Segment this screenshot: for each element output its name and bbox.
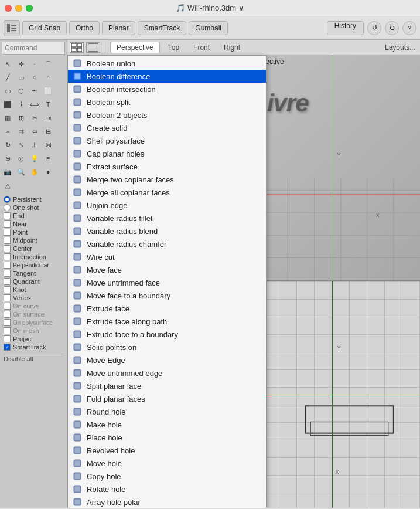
sidebar-toggle-button[interactable] — [4, 20, 20, 36]
menu-item-boolean-2-objects[interactable]: Boolean 2 objects — [68, 108, 266, 121]
menu-item-cap-planar-holes[interactable]: Cap planar holes — [68, 147, 266, 160]
tab-perspective[interactable]: Perspective — [110, 42, 160, 53]
arc-tool[interactable]: ◜ — [42, 71, 54, 84]
menu-item-variable-radius-fillet[interactable]: Variable radius fillet — [68, 212, 266, 225]
tab-top[interactable]: Top — [162, 42, 185, 53]
menu-item-merge-all-coplanar-faces[interactable]: Merge all coplanar faces — [68, 186, 266, 199]
menu-item-move-untrimmed-edge[interactable]: Move untrimmed edge — [68, 367, 266, 379]
rotate-tool[interactable]: ↻ — [1, 138, 14, 151]
layer-tool[interactable]: ≡ — [42, 152, 54, 165]
close-button[interactable] — [5, 5, 12, 12]
tab-right[interactable]: Right — [218, 42, 246, 53]
cone-tool[interactable]: △ — [1, 179, 14, 192]
block-tool[interactable]: ⊞ — [15, 111, 28, 124]
zoom-tool[interactable]: 🔍 — [15, 165, 28, 178]
menu-item-boolean-split[interactable]: Boolean split — [68, 96, 266, 108]
move-tool[interactable]: ✛ — [15, 57, 28, 70]
osnap-tangent[interactable]: Tangent — [4, 269, 63, 277]
menu-item-round-hole[interactable]: Round hole — [68, 405, 266, 418]
menu-item-move-untrimmed-face[interactable]: Move untrimmed face — [68, 276, 266, 289]
boolean-tool[interactable]: ⊕ — [1, 152, 14, 165]
viewport-grid-icon[interactable] — [70, 42, 84, 53]
rect-tool[interactable]: ▭ — [15, 71, 28, 84]
osnap-end[interactable]: End — [4, 212, 63, 220]
ortho-button[interactable]: Ortho — [69, 21, 100, 35]
osnap-persistent[interactable]: Persistent — [4, 195, 63, 203]
extend-tool[interactable]: ⇥ — [42, 111, 54, 124]
osnap-quadrant[interactable]: Quadrant — [4, 277, 63, 286]
menu-item-variable-radius-chamfer[interactable]: Variable radius chamfer — [68, 237, 266, 250]
menu-item-place-hole[interactable]: Place hole — [68, 431, 266, 444]
hatch-tool[interactable]: ▦ — [1, 111, 14, 124]
mirror-tool[interactable]: ⇔ — [28, 125, 41, 138]
menu-item-variable-radius-blend[interactable]: Variable radius blend — [68, 225, 266, 237]
circle-tool[interactable]: ○ — [28, 71, 41, 84]
maximize-button[interactable] — [26, 5, 33, 12]
menu-item-solid-points-on[interactable]: Solid points on — [68, 341, 266, 354]
smart-track-button[interactable]: SmartTrack — [138, 21, 187, 35]
osnap-near[interactable]: Near — [4, 220, 63, 228]
line-tool[interactable]: ╱ — [1, 71, 14, 84]
gumball-button[interactable]: Gumball — [189, 21, 228, 35]
menu-item-boolean-difference[interactable]: Boolean difference — [68, 70, 266, 83]
menu-item-boolean-union[interactable]: Boolean union — [68, 57, 266, 70]
menu-item-move-edge[interactable]: Move Edge — [68, 354, 266, 367]
layouts-button[interactable]: Layouts... — [385, 43, 418, 52]
pan-tool[interactable]: ✋ — [28, 165, 41, 178]
menu-item-move-hole[interactable]: Move hole — [68, 457, 266, 470]
command-input[interactable] — [2, 42, 65, 55]
menu-item-merge-two-coplanar-faces[interactable]: Merge two coplanar faces — [68, 173, 266, 186]
osnap-center[interactable]: Center — [4, 245, 63, 253]
osnap-smarttrack[interactable]: SmartTrack — [4, 343, 63, 351]
osnap-point[interactable]: Point — [4, 228, 63, 236]
osnap-knot[interactable]: Knot — [4, 286, 63, 294]
render-tool[interactable]: 💡 — [28, 152, 41, 165]
analysis-tool[interactable]: ◎ — [15, 152, 28, 165]
array-tool[interactable]: ⊟ — [42, 125, 54, 138]
menu-item-unjoin-edge[interactable]: Unjoin edge — [68, 199, 266, 212]
planar-button[interactable]: Planar — [102, 21, 135, 35]
ellipse-tool[interactable]: ⬭ — [1, 84, 14, 97]
fillet-tool[interactable]: ⌢ — [1, 125, 14, 138]
menu-item-create-solid[interactable]: Create solid — [68, 121, 266, 134]
point-tool[interactable]: · — [28, 57, 41, 70]
polygon-tool[interactable]: ⬡ — [15, 84, 28, 97]
curve-tool[interactable]: ⌒ — [42, 57, 54, 70]
tab-front[interactable]: Front — [187, 42, 216, 53]
osnap-on-surface[interactable]: On surface — [4, 310, 63, 318]
menu-item-split-planar-face[interactable]: Split planar face — [68, 379, 266, 392]
osnap-oneshot[interactable]: One shot — [4, 203, 63, 212]
toolbar-action-2[interactable]: ⊙ — [385, 21, 399, 35]
toolbar-action-3[interactable]: ? — [402, 21, 416, 35]
menu-item-extrude-face-to-boundary[interactable]: Extrude face to a boundary — [68, 328, 266, 341]
menu-item-revolved-hole[interactable]: Revolved hole — [68, 444, 266, 457]
osnap-on-mesh[interactable]: On mesh — [4, 327, 63, 335]
text-tool[interactable]: T — [42, 98, 54, 111]
osnap-intersection[interactable]: Intersection — [4, 253, 63, 261]
menu-item-wire-cut[interactable]: Wire cut — [68, 250, 266, 263]
mesh-tool[interactable]: ⌇ — [15, 98, 28, 111]
disable-all-button[interactable]: Disable all — [4, 354, 63, 364]
osnap-midpoint[interactable]: Midpoint — [4, 236, 63, 245]
osnap-perpendicular[interactable]: Perpendicular — [4, 261, 63, 269]
minimize-button[interactable] — [15, 5, 22, 12]
trim-tool[interactable]: ✂ — [28, 111, 41, 124]
osnap-project[interactable]: Project — [4, 335, 63, 343]
freeform-tool[interactable]: 〜 — [28, 84, 41, 97]
osnap-on-polysurface[interactable]: On polysurface — [4, 318, 63, 327]
menu-item-extract-surface[interactable]: Extract surface — [68, 160, 266, 173]
menu-item-move-face[interactable]: Move face — [68, 263, 266, 276]
offset-tool[interactable]: ⇉ — [15, 125, 28, 138]
menu-item-make-hole[interactable]: Make hole — [68, 418, 266, 431]
menu-item-move-face-to-boundary[interactable]: Move face to a boundary — [68, 289, 266, 302]
menu-item-extrude-face-along-path[interactable]: Extrude face along path — [68, 315, 266, 328]
dim-tool[interactable]: ⟺ — [28, 98, 41, 111]
osnap-vertex[interactable]: Vertex — [4, 294, 63, 302]
scale-tool[interactable]: ⤡ — [15, 138, 28, 151]
select-tool[interactable]: ↖ — [1, 57, 14, 70]
menu-item-array-hole-polar[interactable]: Array hole polar — [68, 496, 266, 508]
extrude-tool[interactable]: ⊥ — [28, 138, 41, 151]
sphere-tool[interactable]: ● — [42, 165, 54, 178]
menu-item-extrude-face[interactable]: Extrude face — [68, 302, 266, 315]
viewport-right[interactable]: X Y Right — [244, 281, 420, 508]
